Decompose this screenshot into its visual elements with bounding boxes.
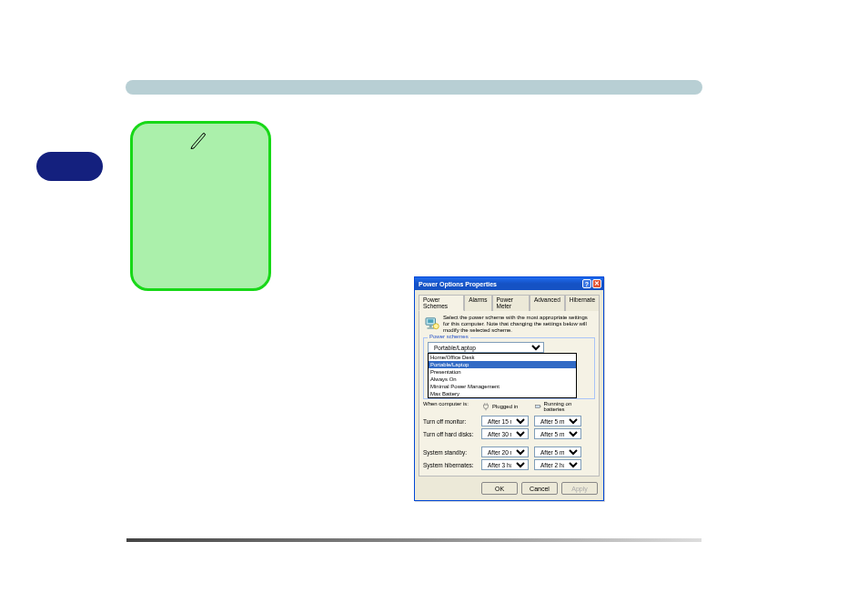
scheme-dropdown-list[interactable]: Home/Office Desk Portable/Laptop Present… [428, 353, 577, 398]
tab-alarms[interactable]: Alarms [464, 295, 491, 311]
tabstrip: Power Schemes Alarms Power Meter Advance… [415, 290, 603, 310]
schemes-group: Power schemes Portable/Laptop Home/Offic… [423, 337, 595, 399]
tab-panel: Select the power scheme with the most ap… [419, 310, 600, 477]
battery-col: Running on batteries [534, 401, 587, 412]
row-hibernate: System hibernates: After 3 hours After 2… [423, 459, 595, 470]
row-hdd: Turn off hard disks: After 30 mins After… [423, 428, 595, 439]
note-card [130, 121, 271, 291]
svg-point-4 [433, 324, 439, 329]
svg-rect-5 [536, 405, 540, 407]
row-label: System standby: [423, 449, 481, 456]
row-label: Turn off monitor: [423, 418, 481, 425]
row-monitor: Turn off monitor: After 15 mins After 5 … [423, 416, 595, 426]
hdd-battery-select[interactable]: After 5 mins [534, 428, 581, 439]
schemes-group-title: Power schemes [428, 334, 470, 339]
cancel-button[interactable]: Cancel [521, 482, 558, 495]
scheme-option[interactable]: Portable/Laptop [429, 361, 576, 368]
monitor-plugged-select[interactable]: After 15 mins [481, 416, 529, 426]
svg-rect-2 [429, 326, 432, 327]
dialog-title: Power Options Properties [419, 281, 497, 287]
power-options-dialog: Power Options Properties ? ✕ Power Schem… [414, 276, 604, 501]
tab-hibernate[interactable]: Hibernate [565, 295, 600, 311]
plugged-label: Plugged in [492, 404, 518, 409]
help-button[interactable]: ? [582, 279, 591, 288]
close-button[interactable]: ✕ [592, 279, 601, 288]
titlebar[interactable]: Power Options Properties ? ✕ [415, 277, 603, 290]
svg-rect-1 [428, 319, 433, 323]
apply-button[interactable]: Apply [561, 482, 598, 495]
intro: Select the power scheme with the most ap… [423, 315, 595, 334]
scheme-option[interactable]: Max Battery [429, 390, 576, 397]
svg-rect-3 [428, 327, 435, 329]
battery-icon [534, 402, 542, 411]
standby-battery-select[interactable]: After 5 mins [534, 446, 581, 457]
row-label: System hibernates: [423, 462, 481, 468]
plugged-col: Plugged in [481, 401, 534, 412]
header-bar [126, 80, 702, 95]
tab-advanced[interactable]: Advanced [530, 295, 565, 311]
scheme-option[interactable]: Presentation [429, 368, 576, 376]
when-label: When computer is: [423, 401, 481, 412]
footer-divider [126, 538, 701, 542]
power-scheme-icon [423, 315, 439, 332]
hdd-plugged-select[interactable]: After 30 mins [481, 428, 529, 439]
scheme-option[interactable]: Always On [429, 376, 576, 383]
intro-text: Select the power scheme with the most ap… [443, 315, 595, 334]
monitor-battery-select[interactable]: After 5 mins [534, 416, 581, 426]
column-headers: When computer is: Plugged in Running on … [423, 401, 595, 412]
svg-rect-6 [540, 406, 540, 406]
scheme-option[interactable]: Minimal Power Management [429, 383, 576, 390]
scheme-select[interactable]: Portable/Laptop [428, 342, 544, 353]
ok-button[interactable]: OK [481, 482, 518, 495]
plug-icon [481, 402, 490, 411]
row-label: Turn off hard disks: [423, 431, 481, 437]
scheme-option[interactable]: Home/Office Desk [429, 354, 576, 361]
tab-power-meter[interactable]: Power Meter [492, 295, 530, 311]
row-standby: System standby: After 20 mins After 5 mi… [423, 446, 595, 457]
sidebar-badge [36, 152, 103, 181]
hibernate-battery-select[interactable]: After 2 hours [534, 459, 581, 470]
tab-power-schemes[interactable]: Power Schemes [419, 295, 464, 311]
standby-plugged-select[interactable]: After 20 mins [481, 446, 529, 457]
dialog-buttons: OK Cancel Apply [415, 477, 603, 500]
pen-icon [189, 131, 207, 149]
settings-group: When computer is: Plugged in Running on … [423, 401, 595, 470]
battery-label: Running on batteries [544, 401, 587, 412]
hibernate-plugged-select[interactable]: After 3 hours [481, 459, 529, 470]
